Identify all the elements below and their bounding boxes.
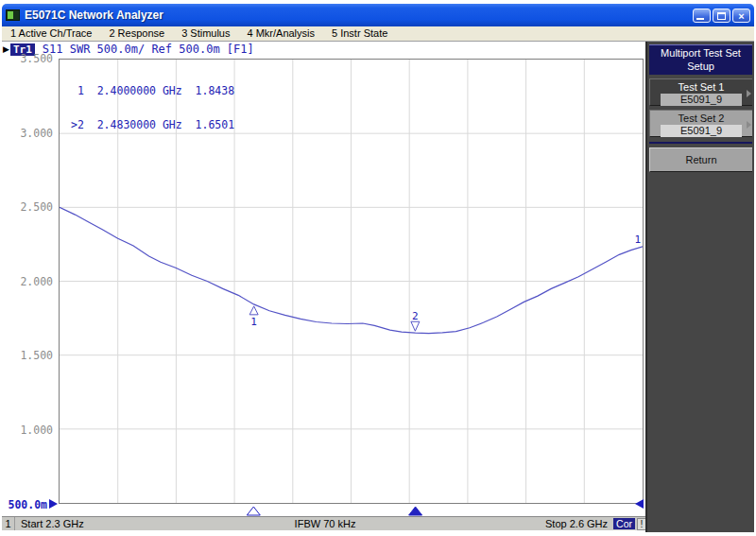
reference-level-arrow-left-icon[interactable] [49, 499, 58, 509]
menu-instr-state[interactable]: 5 Instr State [323, 26, 396, 41]
menu-active-ch-trace[interactable]: 1 Active Ch/Trace [2, 26, 100, 41]
minimize-icon [696, 18, 704, 20]
reference-level-label: 500.0m [4, 498, 47, 511]
title-bar: E5071C Network Analyzer × [2, 4, 754, 26]
sweep-start-label: Start 2.3 GHz [15, 518, 84, 529]
submenu-arrow-icon [747, 90, 751, 97]
marker-1-number: 1 [250, 316, 257, 328]
softkey-test-set-1-label: Test Set 1 [650, 81, 752, 93]
softkey-test-set-1-value: E5091_9 [661, 94, 742, 106]
trace-parameters-text: S11 SWR 500.0m/ Ref 500.0m [F1] [43, 43, 254, 56]
softkey-test-set-2-value: E5091_9 [661, 125, 742, 137]
trace-end-label: 1 [634, 233, 641, 246]
window-title: E5071C Network Analyzer [25, 9, 163, 22]
y-axis-label: 3.000 [8, 128, 53, 139]
window-controls: × [693, 9, 750, 23]
softkey-menu-title: Multiport Test Set Setup [649, 44, 752, 75]
app-icon [6, 9, 20, 21]
status-bar-right: Stop 2.6 GHz Cor ! [545, 518, 648, 530]
softkey-test-set-2[interactable]: Test Set 2 E5091_9 [649, 110, 752, 137]
menu-mkr-analysis[interactable]: 4 Mkr/Analysis [238, 26, 323, 41]
y-axis-label: 1.500 [8, 350, 53, 361]
sweep-stop-label: Stop 2.6 GHz [545, 518, 608, 529]
y-axis-label: 3.500 [8, 53, 53, 64]
marker-position-strip [59, 506, 644, 516]
channel-number: 1 [2, 517, 15, 530]
softkey-return-button[interactable]: Return [649, 147, 752, 172]
marker-1-glyph[interactable] [249, 306, 258, 315]
status-bar: 1 Start 2.3 GHz IFBW 70 kHz Stop 2.6 GHz… [2, 516, 648, 530]
correction-status-badge: Cor [613, 518, 635, 529]
submenu-arrow-icon [747, 121, 751, 129]
restore-button[interactable] [713, 9, 730, 23]
menu-bar: 1 Active Ch/Trace 2 Response 3 Stimulus … [2, 26, 754, 42]
marker-2-number: 2 [412, 310, 419, 322]
marker-2-glyph[interactable] [411, 321, 420, 331]
menu-response[interactable]: 2 Response [100, 26, 173, 41]
marker-readout-row-2: >2 2.4830000 GHz 1.6501 [71, 119, 234, 130]
close-button[interactable]: × [732, 9, 750, 23]
y-axis-label: 2.000 [8, 276, 53, 287]
restore-icon [717, 12, 726, 20]
ifbw-label: IFBW 70 kHz [295, 518, 356, 529]
close-icon: × [733, 9, 749, 23]
minimize-button[interactable] [693, 9, 711, 23]
menu-stimulus[interactable]: 3 Stimulus [173, 26, 238, 41]
softkey-test-set-2-label: Test Set 2 [650, 112, 752, 124]
marker-1-stimulus-indicator[interactable] [247, 507, 260, 515]
marker-readout: 1 2.4000000 GHz 1.8438 >2 2.4830000 GHz … [71, 62, 234, 153]
y-axis-label: 2.500 [8, 201, 53, 213]
sidebar-separator [649, 142, 752, 144]
marker-2-stimulus-indicator[interactable] [409, 507, 422, 515]
softkey-sidebar: Multiport Test Set Setup Test Set 1 E509… [645, 42, 754, 532]
graph-area: 121 1 2.4000000 GHz 1.8438 >2 2.4830000 … [59, 59, 644, 504]
y-axis-label: 1.000 [8, 424, 53, 436]
marker-readout-row-1: 1 2.4000000 GHz 1.8438 [71, 85, 234, 96]
softkey-test-set-1[interactable]: Test Set 1 E5091_9 [649, 78, 752, 106]
